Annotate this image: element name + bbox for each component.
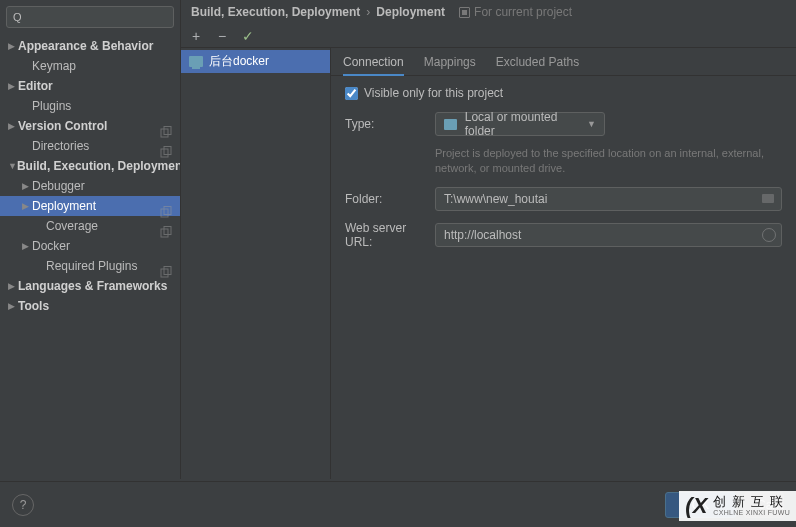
sidebar-item-label: Languages & Frameworks: [18, 279, 174, 293]
url-label: Web server URL:: [345, 221, 435, 249]
breadcrumb-root: Build, Execution, Deployment: [191, 5, 360, 19]
breadcrumb-scope: For current project: [459, 5, 572, 19]
type-value: Local or mounted folder: [465, 110, 579, 138]
sidebar-item-directories[interactable]: Directories: [0, 136, 180, 156]
server-name: 后台docker: [209, 53, 269, 70]
visible-only-row[interactable]: Visible only for this project: [345, 86, 782, 100]
connection-form: Visible only for this project Type: Loca…: [331, 76, 796, 269]
expand-arrow-icon[interactable]: ▶: [8, 121, 18, 131]
search-input[interactable]: [6, 6, 174, 28]
sidebar-item-label: Build, Execution, Deployment: [17, 159, 180, 173]
search-box: [6, 6, 174, 28]
tab-connection[interactable]: Connection: [343, 55, 404, 76]
type-dropdown[interactable]: Local or mounted folder ▼: [435, 112, 605, 136]
sidebar-item-languages-frameworks[interactable]: ▶Languages & Frameworks: [0, 276, 180, 296]
globe-icon[interactable]: [762, 228, 776, 242]
breadcrumb-current: Deployment: [376, 5, 445, 19]
expand-arrow-icon[interactable]: ▶: [8, 281, 18, 291]
watermark: (X 创新互联 CXHLNE XINXI FUWU: [679, 491, 796, 521]
watermark-en: CXHLNE XINXI FUWU: [713, 509, 790, 517]
sidebar-item-label: Directories: [32, 139, 174, 153]
sidebar-item-coverage[interactable]: Coverage: [0, 216, 180, 236]
type-hint: Project is deployed to the specified loc…: [435, 146, 765, 177]
sidebar-item-label: Plugins: [32, 99, 174, 113]
chevron-down-icon: ▼: [587, 119, 596, 129]
sidebar-item-label: Required Plugins: [46, 259, 174, 273]
set-default-button[interactable]: ✓: [241, 28, 255, 44]
bottom-bar: ? OK Cancel: [0, 481, 796, 527]
breadcrumb-scope-label: For current project: [474, 5, 572, 19]
sidebar-item-required-plugins[interactable]: Required Plugins: [0, 256, 180, 276]
sidebar-item-appearance-behavior[interactable]: ▶Appearance & Behavior: [0, 36, 180, 56]
expand-arrow-icon[interactable]: ▼: [8, 161, 17, 171]
tabs: Connection Mappings Excluded Paths: [331, 48, 796, 76]
sidebar-item-debugger[interactable]: ▶Debugger: [0, 176, 180, 196]
help-button[interactable]: ?: [12, 494, 34, 516]
sidebar-item-label: Tools: [18, 299, 174, 313]
server-list: 后台docker: [181, 48, 331, 479]
expand-arrow-icon[interactable]: ▶: [22, 181, 32, 191]
watermark-logo: (X: [685, 493, 707, 519]
sidebar-item-label: Deployment: [32, 199, 174, 213]
expand-arrow-icon[interactable]: ▶: [8, 81, 18, 91]
sidebar-item-keymap[interactable]: Keymap: [0, 56, 180, 76]
add-server-button[interactable]: +: [189, 28, 203, 44]
deployment-content: 后台docker Connection Mappings Excluded Pa…: [181, 48, 796, 479]
folder-input[interactable]: [435, 187, 782, 211]
expand-arrow-icon[interactable]: ▶: [22, 241, 32, 251]
sidebar-item-version-control[interactable]: ▶Version Control: [0, 116, 180, 136]
sidebar-item-label: Coverage: [46, 219, 174, 233]
breadcrumb-separator: ›: [366, 5, 370, 19]
sidebar-item-label: Debugger: [32, 179, 174, 193]
breadcrumb: Build, Execution, Deployment › Deploymen…: [181, 0, 796, 24]
browse-folder-icon[interactable]: [762, 192, 776, 206]
remove-server-button[interactable]: −: [215, 28, 229, 44]
settings-tree: ▶Appearance & BehaviorKeymap▶EditorPlugi…: [0, 36, 180, 479]
sidebar-item-label: Docker: [32, 239, 174, 253]
sidebar-item-deployment[interactable]: ▶Deployment: [0, 196, 180, 216]
type-label: Type:: [345, 117, 435, 131]
deployment-toolbar: + − ✓: [181, 24, 796, 48]
expand-arrow-icon[interactable]: ▶: [22, 201, 32, 211]
server-panel: Connection Mappings Excluded Paths Visib…: [331, 48, 796, 479]
watermark-cn: 创新互联: [713, 495, 790, 509]
tab-excluded[interactable]: Excluded Paths: [496, 55, 579, 75]
main-panel: Build, Execution, Deployment › Deploymen…: [181, 0, 796, 479]
folder-label: Folder:: [345, 192, 435, 206]
folder-icon: [444, 119, 457, 130]
sidebar-item-plugins[interactable]: Plugins: [0, 96, 180, 116]
sidebar-item-editor[interactable]: ▶Editor: [0, 76, 180, 96]
sidebar-item-label: Appearance & Behavior: [18, 39, 174, 53]
sidebar-item-label: Keymap: [32, 59, 174, 73]
sidebar-item-label: Version Control: [18, 119, 174, 133]
url-input[interactable]: [435, 223, 782, 247]
expand-arrow-icon[interactable]: ▶: [8, 41, 18, 51]
type-row: Type: Local or mounted folder ▼: [345, 112, 782, 136]
url-row: Web server URL:: [345, 221, 782, 249]
visible-only-checkbox[interactable]: [345, 87, 358, 100]
folder-row: Folder:: [345, 187, 782, 211]
sidebar-item-docker[interactable]: ▶Docker: [0, 236, 180, 256]
settings-sidebar: ▶Appearance & BehaviorKeymap▶EditorPlugi…: [0, 0, 181, 479]
server-icon: [189, 56, 203, 67]
expand-arrow-icon[interactable]: ▶: [8, 301, 18, 311]
server-item[interactable]: 后台docker: [181, 50, 330, 73]
project-scope-icon: [459, 7, 470, 18]
sidebar-item-tools[interactable]: ▶Tools: [0, 296, 180, 316]
visible-only-label: Visible only for this project: [364, 86, 503, 100]
sidebar-item-build-execution-deployment[interactable]: ▼Build, Execution, Deployment: [0, 156, 180, 176]
sidebar-item-label: Editor: [18, 79, 174, 93]
tab-mappings[interactable]: Mappings: [424, 55, 476, 75]
